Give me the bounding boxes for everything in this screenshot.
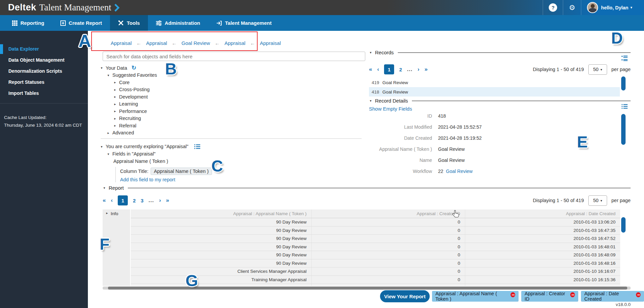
tree-label[interactable]: Learning	[119, 101, 138, 107]
tree-label[interactable]: Development	[119, 94, 148, 100]
next-page-icon[interactable]: ›	[418, 66, 420, 73]
table-row[interactable]: 90 Day Review 0 2010-01-03 16:47:35	[131, 227, 620, 235]
last-page-icon[interactable]: »	[166, 197, 169, 204]
page-size-select[interactable]: 50 ▾	[588, 195, 607, 206]
tree-node-your-data[interactable]: ▾ Your Data ↻	[100, 64, 157, 72]
list-icon[interactable]	[622, 104, 628, 110]
caret-right-icon[interactable]: ▸	[105, 211, 109, 215]
field-name-label[interactable]: Appraisal Name ( Token )	[113, 159, 168, 164]
prev-page-icon[interactable]: ‹	[377, 66, 379, 73]
table-row[interactable]: Training Manager Appraisal 0 2010-01-10 …	[131, 276, 620, 284]
record-list-item[interactable]: 419 Goal Review	[369, 78, 620, 87]
nav-reporting[interactable]: Reporting	[4, 15, 52, 31]
tree-label[interactable]: Suggested Favorites	[112, 72, 157, 78]
workflow-link-label[interactable]: Workflow	[369, 169, 432, 174]
refresh-icon[interactable]: ↻	[131, 64, 136, 71]
tree-label[interactable]: Recruiting	[119, 116, 141, 121]
field-node[interactable]: Appraisal Name ( Token )	[113, 158, 212, 165]
record-details-scrollbar[interactable]	[621, 114, 626, 145]
help-icon[interactable]: ?	[549, 3, 557, 12]
tree-label[interactable]: Referral	[119, 123, 137, 128]
next-page-icon[interactable]: ›	[159, 197, 161, 204]
breadcrumb-item[interactable]: Appraisal	[146, 40, 167, 46]
caret-right-icon[interactable]: ▸	[113, 95, 117, 99]
gear-icon[interactable]: ⚙	[569, 4, 575, 12]
tree-node-advanced[interactable]: ▸ Advanced	[107, 129, 157, 137]
sidebar-item-denormalization-scripts[interactable]: Denormalization Scripts	[0, 66, 88, 77]
sidebar-item-data-object-management[interactable]: Data Object Management	[0, 55, 88, 66]
nav-administration[interactable]: Administration	[148, 15, 208, 31]
tree-node-learning[interactable]: ▸ Learning	[113, 101, 157, 108]
caret-right-icon[interactable]: ▸	[113, 80, 117, 84]
numbered-list-icon[interactable]	[622, 56, 628, 62]
chip-appraisal-name[interactable]: Appraisal : Appraisal Name ( Token )	[432, 291, 519, 302]
add-field-link[interactable]: Add this field to my report	[120, 177, 212, 182]
table-row[interactable]: 90 Day Review 0 2010-01-03 16:48:16	[131, 259, 620, 268]
user-menu[interactable]: hello, Dylan ▾	[581, 0, 644, 15]
nav-tools[interactable]: Tools	[110, 15, 148, 31]
page-1-button[interactable]: 1	[118, 195, 128, 205]
nav-talent-management[interactable]: Talent Management	[208, 15, 280, 31]
caret-down-icon[interactable]: ▾	[369, 99, 372, 103]
caret-right-icon[interactable]: ▸	[113, 88, 117, 91]
exploring-header[interactable]: ▾ You are currently exploring "Appraisal…	[100, 143, 212, 150]
prev-page-icon[interactable]: ‹	[111, 197, 113, 204]
remove-minus-icon[interactable]	[636, 292, 641, 297]
caret-down-icon[interactable]: ▾	[100, 145, 103, 148]
table-row[interactable]: 90 Day Review 0 2010-01-03 16:47:52	[131, 235, 620, 243]
breadcrumb-item[interactable]: Goal Review	[181, 40, 210, 46]
caret-down-icon[interactable]: ▾	[107, 152, 110, 156]
caret-right-icon[interactable]: ▸	[107, 131, 110, 135]
chip-date-created[interactable]: Appraisal : Date Created	[581, 291, 644, 302]
caret-right-icon[interactable]: ▸	[113, 109, 117, 113]
caret-down-icon[interactable]: ▾	[369, 51, 372, 54]
list-icon[interactable]	[194, 144, 200, 149]
show-empty-fields-link[interactable]: Show Empty Fields	[369, 106, 412, 112]
page-3-button[interactable]: 3	[141, 198, 143, 203]
remove-minus-icon[interactable]	[570, 292, 575, 297]
table-row[interactable]: 90 Day Review 0 2010-01-03 16:48:01	[131, 243, 620, 251]
last-page-icon[interactable]: »	[425, 66, 428, 73]
column-header-creator-id[interactable]: Appraisal : Creator ID	[311, 209, 465, 218]
breadcrumb-item[interactable]: Appraisal	[224, 40, 246, 46]
table-row[interactable]: 90 Day Review 0 2010-01-03 16:48:09	[131, 251, 620, 259]
page-1-button[interactable]: 1	[384, 64, 394, 74]
breadcrumb-item[interactable]: Appraisal	[260, 40, 281, 46]
caret-right-icon[interactable]: ▸	[113, 102, 117, 106]
sidebar-item-report-statuses[interactable]: Report Statuses	[0, 77, 88, 88]
avatar[interactable]	[587, 2, 598, 13]
tree-label[interactable]: Advanced	[112, 130, 134, 135]
column-header-date-created[interactable]: Appraisal : Date Created	[465, 209, 620, 218]
first-page-icon[interactable]: «	[369, 66, 372, 73]
column-title-input[interactable]: Appraisal Name ( Token )	[151, 168, 212, 175]
tree-node-cross-posting[interactable]: ▸ Cross-Posting	[113, 86, 157, 94]
tree-node-referral[interactable]: ▸ Referral	[113, 122, 157, 129]
chip-creator-id[interactable]: Appraisal : Creator ID	[521, 291, 578, 302]
page-size-select[interactable]: 50 ▾	[588, 64, 607, 75]
remove-minus-icon[interactable]	[511, 292, 515, 297]
sidebar-item-data-explorer[interactable]: Data Explorer	[0, 44, 88, 55]
search-input[interactable]	[103, 52, 365, 61]
caret-right-icon[interactable]: ▸	[113, 124, 117, 127]
workflow-record-link[interactable]: Goal Review	[446, 169, 473, 174]
record-list-item-selected[interactable]: 418 Goal Review	[369, 87, 620, 97]
page-2-button[interactable]: 2	[399, 67, 402, 72]
tree-label[interactable]: Cross-Posting	[119, 87, 150, 92]
table-scrollbar[interactable]	[621, 217, 626, 233]
tree-node-development[interactable]: ▸ Development	[113, 93, 157, 101]
tree-node-suggested-favorites[interactable]: ▾ Suggested Favorites	[107, 72, 157, 79]
horizontal-scrollbar-track[interactable]	[103, 287, 631, 290]
first-page-icon[interactable]: «	[103, 197, 106, 204]
nav-create-report[interactable]: Create Report	[52, 15, 110, 31]
table-row[interactable]: Client Services Manager Appraisal 0 2010…	[131, 267, 620, 276]
page-2-button[interactable]: 2	[133, 198, 136, 203]
records-scrollbar[interactable]	[621, 76, 626, 90]
tree-label[interactable]: Your Data	[106, 65, 127, 71]
caret-down-icon[interactable]: ▾	[103, 186, 106, 190]
tree-label[interactable]: Performance	[119, 109, 147, 114]
caret-right-icon[interactable]: ▸	[113, 117, 117, 120]
column-header-appraisal-name[interactable]: Appraisal : Appraisal Name ( Token )	[131, 209, 311, 218]
tree-node-core[interactable]: ▸ Core	[113, 79, 157, 86]
sidebar-item-import-tables[interactable]: Import Tables	[0, 88, 88, 99]
table-row[interactable]: 90 Day Review 0 2010-01-03 13:06:20	[131, 218, 620, 227]
